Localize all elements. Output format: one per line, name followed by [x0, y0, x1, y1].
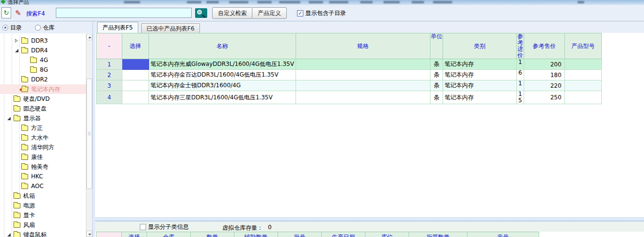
select-cell[interactable] [122, 80, 149, 91]
cell-spec[interactable] [296, 59, 430, 70]
tree-item-keyboard-mouse[interactable]: 键盘鼠标 [0, 230, 86, 237]
tree-item-hkc[interactable]: HKC [0, 172, 86, 181]
expand-collapsed-icon[interactable] [15, 39, 21, 43]
cell-spec[interactable] [296, 91, 430, 104]
cell-ref-purchase[interactable]: 1 [516, 59, 524, 70]
cell-unit[interactable]: 条 [430, 59, 443, 70]
product-row[interactable]: 1 笔记本内存光威GlowayDDR3L/1600/4G低电压1.35V 条 笔… [97, 59, 602, 70]
cell-ref-price[interactable]: 200 [524, 59, 564, 70]
radio-warehouse[interactable]: 仓库 [35, 24, 54, 32]
tree-scrollbar[interactable] [86, 34, 92, 237]
expand-expanded-icon[interactable] [15, 49, 21, 52]
cell-ref-purchase[interactable]: 15 [516, 91, 524, 104]
col-header-prod-date[interactable]: 生产日期 [322, 232, 365, 237]
col-header-aux-qty[interactable]: 辅助数量 [234, 232, 278, 237]
tree-item-hanmeiqi[interactable]: 翰美奇 [0, 162, 86, 172]
tree-item-aoc[interactable]: AOC [0, 181, 86, 191]
col-header-index[interactable]: - [97, 33, 122, 59]
row-index[interactable]: 2 [97, 70, 122, 80]
col-header-select[interactable]: 选择 [122, 33, 149, 59]
cell-ref-price[interactable]: 250 [524, 91, 564, 104]
row-index[interactable]: 1 [97, 59, 122, 70]
tree-item-case[interactable]: 机箱 [0, 191, 86, 201]
col-header-category[interactable]: 类别 [443, 33, 516, 59]
red-pen-icon[interactable]: ✎ [15, 9, 21, 17]
radio-directory[interactable]: 目录 [2, 24, 22, 32]
col-header-converted-qty[interactable]: 折算数量 [409, 232, 467, 237]
cell-name[interactable]: 笔记本内存光威GlowayDDR3L/1600/4G低电压1.35V [149, 59, 296, 70]
refresh-document-icon[interactable]: ↻ [1, 7, 11, 18]
product-row[interactable]: 4 笔记本内存三星DDR3L/1600/4G低电压1.35V 条 笔记本内存 1… [97, 91, 602, 104]
col-header-name[interactable]: 名称 [149, 33, 296, 59]
tree-item-gpu[interactable]: 显卡 [0, 210, 86, 220]
tree-item-qinghuatongfang[interactable]: 清华同方 [0, 142, 86, 152]
scrollbar-thumb[interactable] [86, 79, 92, 189]
col-header-qty[interactable]: 数量 [191, 232, 234, 237]
show-subdirs-option[interactable]: 显示包含子目录 [297, 9, 346, 17]
tree-item-dashuiniu[interactable]: 大水牛 [0, 133, 86, 142]
cell-category[interactable]: 笔记本内存 [443, 70, 516, 80]
col-header-unit[interactable]: 单位 [430, 33, 443, 59]
cell-unit[interactable]: 条 [430, 91, 443, 104]
tree-item-fan[interactable]: 风扇 [0, 220, 86, 230]
col-header-model[interactable]: 产品型号 [564, 33, 601, 59]
product-row[interactable]: 3 笔记本内存金士顿DDR3/1600/4G 条 笔记本内存 1 220 [97, 80, 602, 91]
row-index[interactable]: 3 [97, 80, 122, 91]
tree-item-ddr2[interactable]: DDR2 [0, 75, 86, 84]
cell-unit[interactable]: 条 [430, 80, 443, 91]
expand-expanded-icon[interactable] [7, 233, 14, 237]
search-input[interactable] [56, 8, 192, 18]
expand-expanded-icon[interactable] [7, 117, 14, 120]
tree-item-ssd[interactable]: 固态硬盘 [0, 104, 86, 113]
col-header-serial[interactable]: 串号 [467, 232, 539, 237]
select-cell[interactable] [122, 91, 149, 104]
scroll-up-arrow-icon[interactable] [86, 34, 92, 40]
cell-spec[interactable] [296, 80, 430, 91]
radio-directory-dot[interactable] [2, 25, 8, 31]
tree-item-fangzheng[interactable]: 方正 [0, 123, 86, 133]
tree-item-ddr4[interactable]: DDR4 [0, 46, 86, 55]
tree-item-ddr3[interactable]: DDR3 [0, 36, 86, 46]
col-header-select[interactable]: 选择 [122, 232, 147, 237]
cell-model[interactable] [564, 91, 601, 104]
col-header-location[interactable]: 库位 [365, 232, 409, 237]
cell-name[interactable]: 笔记本内存三星DDR3L/1600/4G低电压1.35V [149, 91, 296, 104]
cell-category[interactable]: 笔记本内存 [443, 59, 516, 70]
row-index[interactable]: 4 [97, 91, 122, 104]
cell-ref-purchase[interactable]: 6 [516, 70, 524, 80]
radio-warehouse-dot[interactable] [35, 25, 41, 31]
select-cell-focused[interactable] [122, 59, 149, 70]
show-subclass-option[interactable]: 显示分子类信息 [140, 223, 189, 231]
scroll-down-arrow-icon[interactable] [86, 231, 92, 237]
cell-model[interactable] [564, 70, 601, 80]
product-define-button[interactable]: 产品定义 [252, 7, 287, 19]
cell-category[interactable]: 笔记本内存 [443, 80, 516, 91]
show-subdirs-checkbox[interactable] [297, 10, 303, 16]
tree-item-notebook-memory[interactable]: 笔记本内存 [0, 84, 86, 94]
col-header-ref-purchase[interactable]: 参考进价 [516, 33, 524, 59]
horizontal-splitter[interactable] [95, 218, 644, 221]
tree-item-8g[interactable]: 8G [0, 65, 86, 75]
col-header-ref-price[interactable]: 参考售价 [524, 33, 564, 59]
product-row[interactable]: 2 笔记本内存金百达DDR3L/1600/4G低电压1.35V 条 笔记本内存 … [97, 70, 602, 80]
show-subclass-checkbox[interactable] [140, 224, 146, 230]
select-cell[interactable] [122, 70, 149, 80]
tree-item-hdd-dvd[interactable]: 硬盘/DVD [0, 94, 86, 104]
cell-model[interactable] [564, 80, 601, 91]
cell-ref-purchase[interactable]: 1 [516, 80, 524, 91]
tab-product-list[interactable]: 产品列表F5 [97, 22, 138, 33]
search-magnifier-icon[interactable] [195, 8, 207, 18]
cell-ref-price[interactable]: 220 [524, 80, 564, 91]
tab-selected-products[interactable]: 已选中产品列表F6 [141, 23, 200, 33]
tree-item-4g[interactable]: 4G [0, 55, 86, 65]
custom-search-button[interactable]: 自定义检索 [212, 7, 253, 19]
tree-item-psu[interactable]: 电源 [0, 201, 86, 210]
cell-model[interactable] [564, 59, 601, 70]
cell-category[interactable]: 笔记本内存 [443, 91, 516, 104]
col-header-index[interactable]: - [97, 232, 122, 237]
cell-name[interactable]: 笔记本内存金百达DDR3L/1600/4G低电压1.35V [149, 70, 296, 80]
tree-item-monitor[interactable]: 显示器 [0, 113, 86, 123]
cell-ref-price[interactable]: 180 [524, 70, 564, 80]
cell-name[interactable]: 笔记本内存金士顿DDR3/1600/4G [149, 80, 296, 91]
col-header-batch[interactable]: 批号 [278, 232, 322, 237]
